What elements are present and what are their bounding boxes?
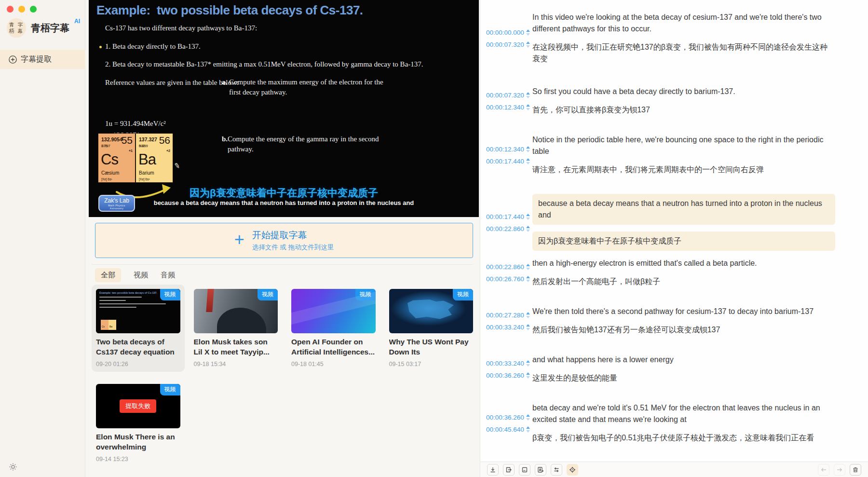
file-dropzone[interactable]: + 开始提取字幕 选择文件 或 拖动文件到这里 [95,223,473,258]
step-down-icon[interactable] [526,430,530,433]
media-card[interactable]: 视频 Why The US Wont Pay Down Its Debt_108… [385,285,478,372]
zoom-button[interactable] [30,6,37,13]
card-title: Two beta decays of Cs137 decay equation … [96,337,180,357]
swap-button[interactable] [551,464,562,476]
slide-task-b: b. Compute the energy of the gamma ray i… [222,134,388,144]
step-down-icon[interactable] [526,218,530,220]
media-card[interactable]: 提取失败 视频 Elon Musk There is an overwhelmi… [92,380,185,467]
subtitle-text-cn[interactable]: 首先，你可以直接将β衰变为钡137 [532,104,735,116]
step-down-icon[interactable] [526,268,530,270]
start-timestamp[interactable]: 00:00:33.240 [486,360,532,367]
end-timestamp[interactable]: 00:00:17.440 [486,158,532,165]
end-timestamp[interactable]: 00:00:36.260 [486,372,532,379]
media-card[interactable]: Example: two possible beta decays of Cs-… [92,285,185,372]
timestamp-stepper [526,146,530,152]
start-timestamp[interactable]: 00:00:12.340 [486,146,532,153]
step-down-icon[interactable] [526,376,530,379]
step-up-icon[interactable] [526,158,530,161]
step-up-icon[interactable] [526,276,530,278]
start-timestamp[interactable]: 00:00:36.260 [486,414,532,421]
step-up-icon[interactable] [526,146,530,149]
subtitle-entry: 00:00:07.320 00:00:12.340 So first you c… [486,86,865,116]
subtitle-text-cn[interactable]: 在这段视频中，我们正在研究铯137的β衰变，我们被告知有两种不同的途径会发生这种… [532,41,827,65]
end-timestamp[interactable]: 00:00:26.760 [486,275,532,283]
step-up-icon[interactable] [526,104,530,107]
section-divider [92,264,473,265]
subtitle-text-en[interactable]: and what happens here is a lower energy [532,354,674,366]
step-down-icon[interactable] [526,418,530,421]
step-up-icon[interactable] [526,360,530,363]
ai-badge: AI [74,18,80,25]
step-up-icon[interactable] [526,324,530,327]
tab-video[interactable]: 视频 [134,271,148,280]
step-up-icon[interactable] [526,414,530,417]
media-card[interactable]: 视频 Open AI Founder on Artificial Intelli… [287,285,380,372]
step-up-icon[interactable] [526,264,530,266]
subtitle-text-cn[interactable]: 这里发生的是较低的能量 [532,372,674,384]
subtitle-entry: 00:00:12.340 00:00:17.440 Notice in the … [486,134,865,176]
video-type-badge: 视频 [258,289,278,300]
redo-button[interactable] [834,464,845,476]
end-timestamp[interactable]: 00:00:12.340 [486,104,532,111]
tab-audio[interactable]: 音频 [161,271,175,280]
step-down-icon[interactable] [526,280,530,282]
start-timestamp[interactable]: 00:00:27.280 [486,312,532,319]
subtitle-text-en[interactable]: Notice in the periodic table here, we're… [532,134,827,157]
delete-button[interactable] [850,464,861,476]
subtitle-toolbar [480,462,868,477]
step-up-icon[interactable] [526,226,530,228]
step-down-icon[interactable] [526,328,530,330]
step-down-icon[interactable] [526,96,530,98]
end-timestamp[interactable]: 00:00:33.240 [486,324,532,331]
subtitle-text-cn[interactable]: 然后我们被告知铯137还有另一条途径可以衰变成钡137 [532,324,814,336]
undo-button[interactable] [818,464,829,476]
subtitle-text-cn[interactable]: 请注意，在元素周期表中，我们将元素周期表中的一个空间向右反弹 [532,164,827,176]
step-up-icon[interactable] [526,372,530,375]
step-up-icon[interactable] [526,426,530,429]
locate-button[interactable] [567,464,578,476]
start-timestamp[interactable]: 00:00:22.860 [486,263,532,271]
subtitle-text-cn[interactable]: β衰变，我们被告知电子的0.51兆电子伏使原子核处于激发态，这意味着我们正在看 [532,432,827,444]
step-down-icon[interactable] [526,33,530,36]
close-button[interactable] [7,6,14,13]
subtitle-text-cn[interactable]: 然后发射出一个高能电子，叫做β粒子 [532,276,757,287]
step-down-icon[interactable] [526,150,530,152]
export-button[interactable] [503,464,515,476]
step-down-icon[interactable] [526,230,530,232]
subtitle-text-en[interactable]: We're then told there's a second pathway… [532,306,814,317]
step-down-icon[interactable] [526,45,530,48]
subtitle-text-en[interactable]: So first you could have a beta decay dir… [532,86,735,97]
logo-text-bottom: 梧 幕 [9,28,24,34]
translate-add-button[interactable] [535,464,546,476]
subtitle-text-cn[interactable]: 因为β衰变意味着中子在原子核中变成质子 [532,232,835,251]
tab-all[interactable]: 全部 [95,268,121,282]
timestamp-stepper [526,324,530,330]
subtitle-text-en[interactable]: beta decay and we're told it's 0.51 MeV … [532,402,827,425]
sidebar-item-subtitle-extract[interactable]: 字幕提取 [0,50,85,69]
end-timestamp[interactable]: 00:00:45.640 [486,426,532,433]
step-up-icon[interactable] [526,312,530,314]
minimize-button[interactable] [18,6,25,13]
step-down-icon[interactable] [526,316,530,318]
start-timestamp[interactable]: 00:00:00.000 [486,29,532,36]
subtitle-text-en[interactable]: because a beta decay means that a neutro… [532,194,835,225]
step-down-icon[interactable] [526,108,530,110]
subtitle-text-en[interactable]: In this video we're looking at the beta … [532,12,827,35]
download-button[interactable] [487,464,499,476]
end-timestamp[interactable]: 00:00:07.320 [486,41,532,48]
subtitle-text-en[interactable]: then a high-energy electron is emitted t… [532,258,757,269]
step-up-icon[interactable] [526,214,530,216]
step-down-icon[interactable] [526,162,530,164]
start-timestamp[interactable]: 00:00:17.440 [486,213,532,220]
step-down-icon[interactable] [526,364,530,367]
step-up-icon[interactable] [526,92,530,95]
step-up-icon[interactable] [526,41,530,44]
end-timestamp[interactable]: 00:00:22.860 [486,225,532,232]
settings-button[interactable] [8,462,18,472]
start-timestamp[interactable]: 00:00:07.320 [486,92,532,99]
step-up-icon[interactable] [526,29,530,32]
subtitle-card-button[interactable] [519,464,530,476]
card-title: Open AI Founder on Artificial Intelligen… [291,337,376,357]
media-card[interactable]: 视频 Elon Musk takes son Lil X to meet Tay… [190,285,283,372]
video-player[interactable]: Example: two possible beta decays of Cs-… [89,0,479,217]
